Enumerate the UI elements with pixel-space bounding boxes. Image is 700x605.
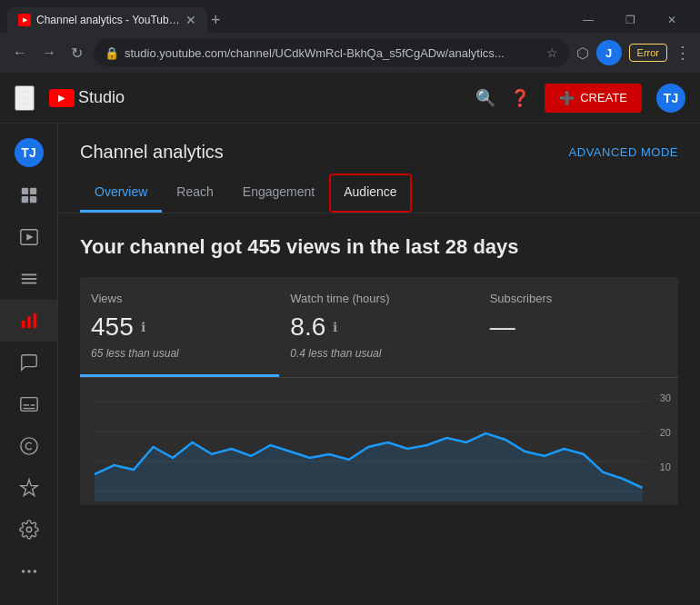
address-text: studio.youtube.com/channel/UCdkWmRcl-Bkh… [125, 46, 541, 60]
tab-close-btn[interactable]: ✕ [185, 13, 196, 27]
tab-favicon [18, 14, 31, 26]
youtube-icon [49, 89, 75, 107]
settings-icon [19, 520, 39, 540]
svg-rect-11 [33, 313, 36, 329]
tab-title: Channel analytics - YouTube Stu... [36, 14, 180, 26]
tab-reach[interactable]: Reach [162, 174, 227, 213]
metric-watchtime-number: 8.6 [290, 312, 325, 342]
minimize-btn[interactable]: — [567, 7, 609, 33]
svg-point-19 [21, 570, 25, 573]
metric-views-sub: 65 less than usual [91, 347, 268, 360]
chart-label-30: 30 [660, 392, 671, 403]
active-tab[interactable]: Channel analytics - YouTube Stu... ✕ [7, 7, 207, 33]
lock-icon: 🔒 [105, 46, 119, 60]
earn-icon [19, 478, 39, 498]
svg-marker-5 [26, 233, 33, 240]
svg-point-20 [33, 570, 36, 573]
metric-watchtime[interactable]: Watch time (hours) 8.6 ℹ 0.4 less than u… [279, 277, 478, 377]
profile-avatar[interactable]: J [596, 40, 622, 65]
sidebar-item-comments[interactable] [0, 342, 57, 383]
page-title: Channel analytics [80, 142, 224, 163]
copyright-icon [19, 436, 39, 456]
topbar: ☰ Studio 🔍 ❓ ➕ CREATE TJ [0, 73, 700, 124]
feedback-icon [19, 561, 39, 581]
grid-icon [19, 185, 39, 205]
chart-labels: 30 20 10 [660, 392, 671, 472]
app-body: TJ [0, 124, 700, 605]
tab-audience[interactable]: Audience [329, 174, 411, 213]
metric-subscribers-dash: — [490, 312, 515, 342]
new-tab-button[interactable]: + [211, 11, 221, 30]
metrics-container: Views 455 ℹ 65 less than usual Watch tim… [80, 277, 678, 505]
browser-chrome: Channel analytics - YouTube Stu... ✕ + —… [0, 0, 700, 73]
sidebar-item-analytics[interactable] [0, 300, 57, 342]
subtitles-icon [19, 394, 39, 414]
youtube-logo[interactable]: Studio [49, 88, 125, 107]
svg-rect-1 [29, 188, 35, 194]
sidebar-item-feedback[interactable] [0, 550, 57, 592]
forward-btn[interactable]: → [38, 41, 60, 64]
hamburger-menu-btn[interactable]: ☰ [15, 85, 35, 111]
tab-engagement[interactable]: Engagement [228, 174, 329, 213]
main-header: Channel analytics ADVANCED MODE [58, 124, 700, 163]
metric-subscribers-label: Subscribers [490, 292, 667, 305]
sidebar-item-playlists[interactable] [0, 258, 57, 300]
summary-headline: Your channel got 455 views in the last 2… [80, 235, 678, 259]
svg-rect-2 [21, 196, 27, 203]
svg-point-17 [26, 527, 32, 532]
tabs-container: Overview Reach Engagement Audience [58, 174, 700, 213]
error-button[interactable]: Error [629, 44, 667, 62]
tab-overview[interactable]: Overview [80, 174, 162, 213]
chart-label-10: 10 [660, 461, 671, 472]
maximize-btn[interactable]: ❐ [609, 7, 651, 33]
topbar-right: 🔍 ❓ ➕ CREATE TJ [475, 84, 685, 113]
svg-point-18 [27, 570, 31, 573]
refresh-btn[interactable]: ↻ [67, 41, 86, 65]
svg-rect-9 [21, 321, 25, 328]
sidebar-item-settings[interactable] [0, 509, 57, 550]
svg-rect-3 [29, 196, 35, 203]
chart-area: 30 20 10 [80, 378, 678, 505]
svg-point-16 [20, 438, 36, 454]
svg-marker-25 [95, 433, 643, 501]
play-icon [19, 227, 39, 247]
create-button[interactable]: ➕ CREATE [545, 84, 642, 113]
user-avatar[interactable]: TJ [656, 84, 685, 113]
create-label: CREATE [580, 91, 627, 104]
metric-subscribers[interactable]: Subscribers — [479, 277, 678, 377]
address-bar: ← → ↻ 🔒 studio.youtube.com/channel/UCdkW… [0, 33, 700, 73]
metric-views[interactable]: Views 455 ℹ 65 less than usual [80, 277, 279, 377]
metric-views-number: 455 [91, 312, 134, 342]
metric-watchtime-info-icon[interactable]: ℹ [333, 320, 337, 334]
metric-views-label: Views [91, 292, 268, 305]
metric-watchtime-label: Watch time (hours) [290, 292, 467, 305]
svg-rect-10 [27, 316, 31, 328]
chart-svg [95, 392, 664, 501]
sidebar-item-copyright[interactable] [0, 425, 57, 467]
close-btn[interactable]: ✕ [651, 7, 693, 33]
create-icon: ➕ [559, 91, 575, 105]
metric-views-info-icon[interactable]: ℹ [141, 320, 145, 334]
sidebar-avatar[interactable]: TJ [15, 138, 44, 167]
extensions-icon[interactable]: ⬡ [576, 45, 589, 62]
metrics-tabs: Views 455 ℹ 65 less than usual Watch tim… [80, 277, 678, 378]
address-input[interactable]: 🔒 studio.youtube.com/channel/UCdkWmRcl-B… [94, 39, 569, 66]
studio-label: Studio [78, 88, 125, 107]
sidebar-item-content[interactable] [0, 216, 57, 258]
metric-watchtime-sub: 0.4 less than usual [290, 347, 467, 360]
window-controls: — ❐ ✕ [567, 7, 693, 33]
browser-menu-btn[interactable]: ⋮ [675, 43, 691, 63]
list-icon [19, 269, 39, 289]
metric-views-value: 455 ℹ [91, 312, 268, 342]
help-btn[interactable]: ❓ [510, 88, 530, 108]
sidebar: TJ [0, 124, 58, 605]
search-btn[interactable]: 🔍 [475, 88, 495, 108]
sidebar-item-earn[interactable] [0, 467, 57, 509]
back-btn[interactable]: ← [9, 41, 31, 64]
sidebar-item-dashboard[interactable] [0, 174, 57, 216]
svg-rect-0 [21, 188, 27, 194]
advanced-mode-btn[interactable]: ADVANCED MODE [569, 145, 678, 159]
sidebar-item-subtitles[interactable] [0, 383, 57, 425]
bar-chart-icon [19, 311, 39, 331]
summary-section: Your channel got 455 views in the last 2… [58, 213, 700, 527]
